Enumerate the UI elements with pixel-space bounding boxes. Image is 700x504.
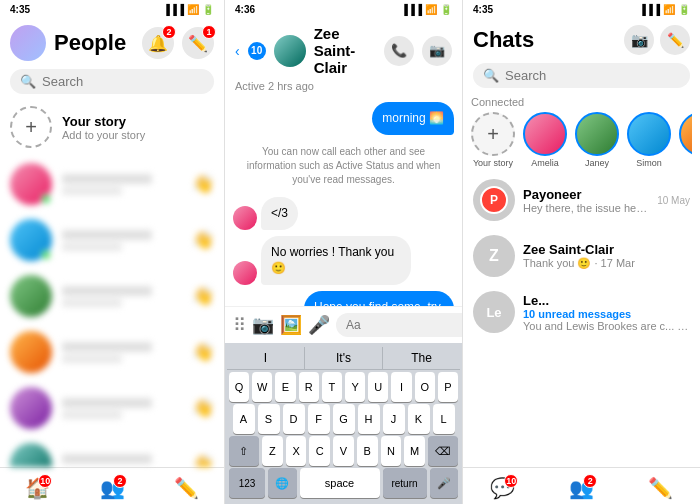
payoneer-preview: Hey there, the issue here is t... — [523, 202, 649, 214]
key-e[interactable]: E — [275, 372, 295, 402]
stories-row: + Your story Amelia Janey Simon Ruth — [471, 112, 692, 168]
key-space[interactable]: space — [300, 468, 380, 498]
list-item[interactable]: 👋 — [0, 156, 224, 212]
keyboard-row-1: Q W E R T Y U I O P — [229, 372, 458, 402]
edit-button[interactable]: ✏️ — [660, 25, 690, 55]
key-b[interactable]: B — [357, 436, 378, 466]
key-g[interactable]: G — [333, 404, 355, 434]
apps-icon[interactable]: ⠿ — [233, 314, 246, 336]
key-return[interactable]: return — [383, 468, 427, 498]
key-q[interactable]: Q — [229, 372, 249, 402]
avatar — [10, 443, 52, 467]
key-r[interactable]: R — [299, 372, 319, 402]
key-o[interactable]: O — [415, 372, 435, 402]
zee-preview: Thank you 🙂 · 17 Mar — [523, 257, 690, 270]
suggestion-i[interactable]: I — [227, 347, 305, 369]
key-i[interactable]: I — [391, 372, 411, 402]
contact-avatar — [274, 35, 306, 67]
key-p[interactable]: P — [438, 372, 458, 402]
your-story-item[interactable]: + Your story Add to your story — [0, 98, 224, 156]
story-item-amelia[interactable]: Amelia — [523, 112, 567, 168]
key-w[interactable]: W — [252, 372, 272, 402]
user-avatar[interactable] — [10, 25, 46, 61]
story-avatar-janey — [575, 112, 619, 156]
story-avatar-simon — [627, 112, 671, 156]
payoneer-avatar: P — [473, 179, 515, 221]
key-z[interactable]: Z — [262, 436, 283, 466]
compose-button[interactable]: ✏️ 1 — [182, 27, 214, 59]
key-j[interactable]: J — [383, 404, 405, 434]
key-v[interactable]: V — [333, 436, 354, 466]
story-item-janey[interactable]: Janey — [575, 112, 619, 168]
status-bar-left: 4:35 ▐▐▐ 📶 🔋 — [0, 0, 224, 17]
key-x[interactable]: X — [286, 436, 307, 466]
key-s[interactable]: S — [258, 404, 280, 434]
le-avatar: Le — [473, 291, 515, 333]
back-button[interactable]: ‹ — [235, 43, 240, 59]
key-a[interactable]: A — [233, 404, 255, 434]
key-backspace[interactable]: ⌫ — [428, 436, 458, 466]
story-item-ruth[interactable]: Ruth — [679, 112, 692, 168]
suggestion-its[interactable]: It's — [305, 347, 383, 369]
key-y[interactable]: Y — [345, 372, 365, 402]
nav-compose[interactable]: ✏️ — [149, 476, 224, 500]
nav-chats-home[interactable]: 💬 10 — [463, 476, 542, 500]
camera-icon[interactable]: 📷 — [252, 314, 274, 336]
video-button[interactable]: 📷 — [422, 36, 452, 66]
people-search-input[interactable] — [42, 74, 204, 89]
list-item[interactable]: 👋 — [0, 380, 224, 436]
chat-item-payoneer[interactable]: P Payoneer Hey there, the issue here is … — [463, 172, 700, 228]
story-item-simon[interactable]: Simon — [627, 112, 671, 168]
camera-button[interactable]: 📷 — [624, 25, 654, 55]
message-input[interactable] — [336, 313, 463, 337]
zee-avatar: Z — [473, 235, 515, 277]
nav-home[interactable]: 🏠 10 — [0, 476, 75, 500]
list-item[interactable]: 👋 — [0, 436, 224, 467]
chat-top-bar: ‹ 10 Zee Saint-Clair 📞 📷 — [225, 17, 462, 80]
nav-chats-people[interactable]: 👥 2 — [542, 476, 621, 500]
key-u[interactable]: U — [368, 372, 388, 402]
chats-list: P Payoneer Hey there, the issue here is … — [463, 172, 700, 467]
nav-chats-compose[interactable]: ✏️ — [621, 476, 700, 500]
time-right: 4:35 — [473, 4, 493, 15]
chat-item-le[interactable]: Le Le... 10 unread messages You and Lewi… — [463, 284, 700, 340]
key-emoji[interactable]: 🌐 — [268, 468, 297, 498]
add-story-button[interactable]: + — [10, 106, 52, 148]
phone-button[interactable]: 📞 — [384, 36, 414, 66]
key-n[interactable]: N — [381, 436, 402, 466]
key-d[interactable]: D — [283, 404, 305, 434]
chats-top-bar: Chats 📷 ✏️ — [463, 17, 700, 59]
payoneer-time: 10 May — [657, 195, 690, 206]
key-shift[interactable]: ⇧ — [229, 436, 259, 466]
key-k[interactable]: K — [408, 404, 430, 434]
key-m[interactable]: M — [404, 436, 425, 466]
keyboard-suggestions: I It's The — [227, 347, 460, 370]
status-icons-left: ▐▐▐ 📶 🔋 — [163, 4, 214, 15]
page-title: People — [54, 30, 134, 56]
image-icon[interactable]: 🖼️ — [280, 314, 302, 336]
chat-item-zee[interactable]: Z Zee Saint-Clair Thank you 🙂 · 17 Mar — [463, 228, 700, 284]
key-f[interactable]: F — [308, 404, 330, 434]
people-search-bar[interactable]: 🔍 — [10, 69, 214, 94]
people-panel: 4:35 ▐▐▐ 📶 🔋 People 🔔 2 ✏️ 1 🔍 + Your st… — [0, 0, 225, 504]
list-item[interactable]: 👋 — [0, 268, 224, 324]
nav-people[interactable]: 👥 2 — [75, 476, 150, 500]
list-item[interactable]: 👋 — [0, 212, 224, 268]
key-c[interactable]: C — [309, 436, 330, 466]
bottom-nav-people: 🏠 10 👥 2 ✏️ — [0, 467, 224, 504]
mic-icon[interactable]: 🎤 — [308, 314, 330, 336]
key-123[interactable]: 123 — [229, 468, 265, 498]
key-t[interactable]: T — [322, 372, 342, 402]
time-middle: 4:36 — [235, 4, 255, 15]
suggestion-the[interactable]: The — [383, 347, 460, 369]
notification-button[interactable]: 🔔 2 — [142, 27, 174, 59]
chat-toolbar: ⠿ 📷 🖼️ 🎤 😊 👍 — [225, 306, 462, 343]
key-h[interactable]: H — [358, 404, 380, 434]
key-mic[interactable]: 🎤 — [430, 468, 459, 498]
chats-panel: 4:35 ▐▐▐ 📶 🔋 Chats 📷 ✏️ 🔍 Connected + Yo… — [463, 0, 700, 504]
story-item-add[interactable]: + Your story — [471, 112, 515, 168]
chats-search-input[interactable] — [505, 68, 680, 83]
chats-search-bar[interactable]: 🔍 — [473, 63, 690, 88]
key-l[interactable]: L — [433, 404, 455, 434]
list-item[interactable]: 👋 — [0, 324, 224, 380]
